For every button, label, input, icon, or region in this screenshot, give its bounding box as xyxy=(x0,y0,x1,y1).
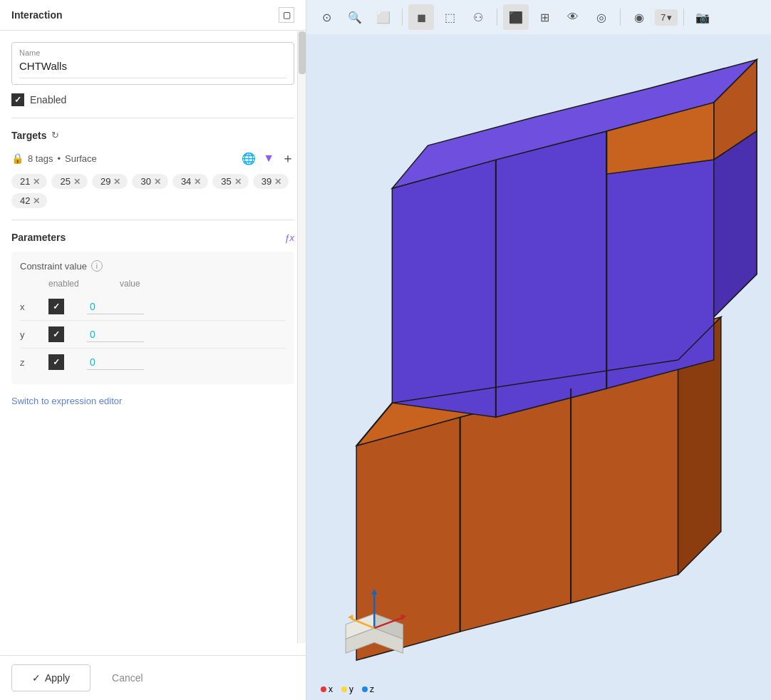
targets-title-row: Targets ↻ xyxy=(11,130,294,141)
constraint-title: Constraint value xyxy=(20,261,87,272)
tag-remove-icon[interactable]: ✕ xyxy=(113,177,120,187)
rect-select-icon: ⬚ xyxy=(445,11,455,24)
tag-remove-icon[interactable]: ✕ xyxy=(154,177,161,187)
check-icon: ✓ xyxy=(32,672,41,684)
axis-x-indicator: x xyxy=(321,684,333,694)
3d-icon: ⬛ xyxy=(509,11,523,24)
tag-value: 29 xyxy=(100,176,110,187)
targets-title: Targets xyxy=(11,130,47,141)
lock-icon: 🔒 xyxy=(11,153,24,164)
camera-button[interactable]: 📷 xyxy=(690,4,715,30)
tag-value: 39 xyxy=(262,176,271,187)
left-panel: Interaction ▢ Name CHTWalls ✓ Enabled Ta… xyxy=(0,0,306,700)
count-display[interactable]: 7 ▾ xyxy=(655,9,678,26)
panel-title: Interaction xyxy=(11,9,63,21)
x-axis-label: x xyxy=(328,684,333,694)
enabled-label: Enabled xyxy=(30,94,66,105)
x-value-input[interactable] xyxy=(87,299,144,314)
col-value-header: value xyxy=(120,279,162,289)
right-panel: ⊙ 🔍 ⬜ ◼ ⬚ ⚇ ⬛ ⊞ 👁 ◎ ◉ xyxy=(306,0,771,700)
tag-remove-icon[interactable]: ✕ xyxy=(234,177,242,187)
globe-icon[interactable]: 🌐 xyxy=(242,152,256,165)
separator xyxy=(402,9,403,26)
tag-remove-icon[interactable]: ✕ xyxy=(73,177,81,187)
info-icon[interactable]: i xyxy=(91,260,103,272)
z-dot xyxy=(362,686,368,692)
separator xyxy=(620,9,621,26)
tag-value: 30 xyxy=(140,176,150,187)
name-box: Name CHTWalls xyxy=(11,42,294,85)
targets-section: Targets ↻ 🔒 8 tags • Surface 🌐 ▼ ＋ xyxy=(11,130,294,220)
col-enabled-header: enabled xyxy=(48,279,91,289)
viewport-toolbar: ⊙ 🔍 ⬜ ◼ ⬚ ⚇ ⬛ ⊞ 👁 ◎ ◉ xyxy=(306,0,771,34)
name-label: Name xyxy=(19,48,286,57)
list-item: 21 ✕ xyxy=(11,174,47,189)
x-enabled-checkbox[interactable]: ✓ xyxy=(48,299,64,314)
list-item: 25 ✕ xyxy=(51,174,87,189)
tag-remove-icon[interactable]: ✕ xyxy=(33,177,40,187)
switch-editor-link[interactable]: Switch to expression editor xyxy=(11,396,294,406)
filter-icon[interactable]: ▼ xyxy=(263,152,274,165)
axis-y-indicator: y xyxy=(341,684,353,694)
y-value-input[interactable] xyxy=(87,327,144,342)
table-row: x ✓ xyxy=(20,293,286,321)
grid-button[interactable]: ⊞ xyxy=(532,4,557,30)
params-header: Parameters ƒx xyxy=(11,232,294,243)
eye2-icon: ◎ xyxy=(596,11,606,24)
svg-marker-6 xyxy=(392,160,495,417)
count-value: 7 xyxy=(661,12,666,23)
list-item: 29 ✕ xyxy=(92,174,128,189)
tag-remove-icon[interactable]: ✕ xyxy=(33,196,40,206)
3d-view-button[interactable]: ⬛ xyxy=(503,4,529,30)
person-icon: ⚇ xyxy=(473,11,483,24)
list-item: 35 ✕ xyxy=(212,174,248,189)
enabled-checkbox[interactable]: ✓ xyxy=(11,93,24,106)
tags-count: 8 tags xyxy=(28,153,53,164)
grid-icon: ⊞ xyxy=(540,11,549,24)
tags-grid: 21 ✕ 25 ✕ 29 ✕ 30 ✕ 34 ✕ xyxy=(11,174,294,220)
scene-container[interactable]: x y z xyxy=(306,34,771,700)
apply-button[interactable]: ✓ Apply xyxy=(11,664,90,691)
list-item: 39 ✕ xyxy=(253,174,289,189)
name-value: CHTWalls xyxy=(19,60,286,78)
person-button[interactable]: ⚇ xyxy=(465,4,491,30)
list-item: 42 ✕ xyxy=(11,193,47,208)
axis-labels: x y z xyxy=(321,684,374,694)
close-icon: ▢ xyxy=(283,10,291,20)
close-button[interactable]: ▢ xyxy=(279,7,294,23)
eye-button[interactable]: 👁 xyxy=(560,4,586,30)
eye-icon: 👁 xyxy=(567,11,579,24)
cancel-button[interactable]: Cancel xyxy=(98,664,157,691)
view2d-button[interactable]: ⬜ xyxy=(371,4,396,30)
tag-remove-icon[interactable]: ✕ xyxy=(194,177,201,187)
tag-value: 35 xyxy=(221,176,231,187)
add-tag-icon[interactable]: ＋ xyxy=(281,150,294,167)
tag-remove-icon[interactable]: ✕ xyxy=(274,177,281,187)
refresh-icon[interactable]: ↻ xyxy=(51,130,63,141)
check-icon: ✓ xyxy=(14,95,21,105)
y-enabled-checkbox[interactable]: ✓ xyxy=(48,326,64,342)
parameters-section: Parameters ƒx Constraint value i enabled… xyxy=(11,232,294,406)
z-value-input[interactable] xyxy=(87,355,144,370)
fx-button[interactable]: ƒx xyxy=(284,232,294,243)
y-dot xyxy=(341,686,347,692)
col-headers: enabled value xyxy=(20,279,286,289)
box-select-button[interactable]: ◼ xyxy=(408,4,434,30)
tags-separator: • xyxy=(57,153,61,164)
camera-icon: 📷 xyxy=(695,11,710,24)
scroll-content: Name CHTWalls ✓ Enabled Targets ↻ 🔒 8 ta… xyxy=(0,31,306,655)
eye2-button[interactable]: ◎ xyxy=(589,4,614,30)
fit-view-button[interactable]: ⊙ xyxy=(314,4,339,30)
targets-left: 🔒 8 tags • Surface xyxy=(11,153,97,164)
svg-marker-7 xyxy=(496,131,606,417)
eye3-button[interactable]: ◉ xyxy=(626,4,652,30)
rect-select-button[interactable]: ⬚ xyxy=(437,4,462,30)
tags-type: Surface xyxy=(65,153,97,164)
scrollbar-track[interactable] xyxy=(297,31,306,643)
apply-label: Apply xyxy=(45,672,70,684)
zoom-button[interactable]: 🔍 xyxy=(342,4,368,30)
scrollbar-thumb[interactable] xyxy=(299,31,306,74)
enabled-row: ✓ Enabled xyxy=(11,93,294,118)
chevron-down-icon: ▾ xyxy=(667,12,672,23)
z-enabled-checkbox[interactable]: ✓ xyxy=(48,354,64,370)
